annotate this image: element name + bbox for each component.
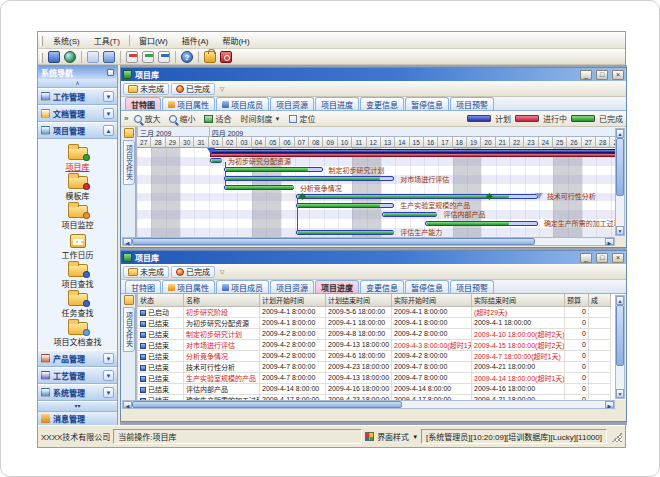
sidebar-item-项目文档查找[interactable]: 项目文档查找 (38, 322, 117, 347)
scroll-thumb[interactable] (616, 138, 624, 196)
column-header-预算[interactable]: 预算 (565, 294, 589, 306)
chevron-down-icon[interactable]: ▼ (103, 108, 114, 119)
minimize-button[interactable]: _ (580, 253, 592, 263)
column-header-名称[interactable]: 名称 (184, 294, 260, 306)
tab-甘特图[interactable]: 甘特图 (125, 280, 161, 293)
table-vscrollbar[interactable]: ▲ ▼ (615, 295, 625, 399)
sidebar-group-项目管理[interactable]: 项目管理▲ (38, 122, 117, 139)
task-plan-bar[interactable] (210, 158, 222, 163)
menu-item-窗口[interactable]: 窗口(W) (132, 33, 175, 48)
tab-项目预警[interactable]: 项目预警 (450, 97, 494, 110)
menu-item-工具[interactable]: 工具(T) (87, 33, 127, 48)
task-plan-bar[interactable] (224, 185, 294, 190)
finished-filter-button[interactable]: 已完成 (171, 266, 215, 278)
sidebar-group-产品管理[interactable]: 产品管理▼ (38, 350, 117, 367)
gantt-vscrollbar[interactable]: ▲ ▼ (615, 128, 625, 236)
fit-button[interactable]: 适合 (201, 112, 234, 125)
table-row[interactable]: 已结束生产实验室规模的产品2009-4-7 8:00:002009-4-13 1… (138, 372, 611, 383)
locate-button[interactable]: 定位 (286, 112, 318, 125)
summary-plan-bar[interactable] (210, 149, 625, 153)
chevron-down-icon[interactable]: ▼ (103, 387, 114, 398)
table-row[interactable]: 已启动初步研究阶段2009-4-1 8:00:002009-5-6 18:00:… (138, 306, 611, 317)
table-row[interactable]: 已结束技术可行性分析2009-4-7 8:00:002009-4-23 18:0… (138, 361, 611, 372)
help-icon[interactable]: ? (181, 51, 193, 63)
sidebar-item-任务查找[interactable]: 任务查找 (38, 293, 117, 318)
scroll-thumb[interactable] (132, 238, 535, 245)
scroll-up-icon[interactable]: ▲ (616, 296, 624, 305)
computer-icon[interactable] (48, 51, 60, 63)
tab-变更信息[interactable]: 变更信息 (360, 97, 404, 110)
folder-icon[interactable] (87, 51, 99, 63)
scroll-right-icon[interactable]: ▶ (605, 401, 614, 408)
lock-icon[interactable] (204, 51, 216, 63)
table-row[interactable]: 已结束为初步研究分配资源2009-4-1 8:00:002009-4-1 18:… (138, 317, 611, 328)
tab-项目预警[interactable]: 项目预警 (450, 280, 494, 293)
tab-项目资源[interactable]: 项目资源 (270, 280, 314, 293)
scroll-right-icon[interactable]: ▶ (605, 238, 614, 245)
resize-grip[interactable] (612, 432, 622, 442)
sidebar-item-模板库[interactable]: 模板库 (38, 176, 117, 201)
tab-项目资源[interactable]: 项目资源 (270, 97, 314, 110)
task-plan-bar[interactable] (296, 203, 394, 208)
tab-暂停信息[interactable]: 暂停信息 (405, 280, 449, 293)
time-scale-button[interactable]: 时间刻度▼ (237, 112, 283, 125)
close-button[interactable]: × (612, 253, 624, 263)
report-red-icon[interactable] (126, 51, 138, 63)
folder-open-icon[interactable] (103, 51, 115, 63)
sidebar-group-工艺管理[interactable]: 工艺管理▼ (38, 367, 117, 384)
tab-项目进度[interactable]: 项目进度 (315, 280, 359, 293)
table-window-titlebar[interactable]: 项目库 _ □ × (121, 251, 626, 264)
tab-项目属性[interactable]: 项目属性 (162, 97, 215, 110)
sidebar-item-项目库[interactable]: 项目库 (38, 147, 117, 172)
unfinished-filter-button[interactable]: 未完成 (123, 266, 169, 278)
task-plan-bar[interactable] (296, 230, 394, 235)
chevron-down-icon[interactable]: ▼ (103, 370, 114, 381)
zoom-out-button[interactable]: 缩小 (166, 112, 198, 125)
globe-icon[interactable] (64, 51, 76, 63)
column-header-计划结束时间[interactable]: 计划结束时间 (326, 294, 392, 306)
zoom-in-button[interactable]: 放大 (131, 112, 163, 125)
column-header-状态[interactable]: 状态 (138, 294, 184, 306)
scroll-thumb[interactable] (616, 305, 624, 366)
tab-甘特图[interactable]: 甘特图 (125, 97, 161, 110)
table-hscrollbar[interactable]: ◀ ▶ (122, 400, 615, 409)
task-plan-bar[interactable] (224, 176, 394, 181)
stop-icon[interactable] (220, 51, 232, 63)
sidebar-group-文档管理[interactable]: 文档管理▼ (38, 105, 117, 122)
task-plan-bar[interactable] (224, 167, 322, 172)
task-plan-bar[interactable] (425, 221, 538, 226)
chevron-down-icon[interactable]: ▼ (103, 353, 114, 364)
tab-项目属性[interactable]: 项目属性 (162, 280, 215, 293)
sidebar-tab-message[interactable]: 消息管理 (38, 411, 117, 425)
tab-暂停信息[interactable]: 暂停信息 (405, 97, 449, 110)
menu-item-插件[interactable]: 插件(A) (175, 33, 216, 48)
column-header-计划开始时间[interactable]: 计划开始时间 (260, 294, 326, 306)
scroll-thumb[interactable] (132, 401, 402, 408)
sidebar-item-项目监控[interactable]: 项目监控 (38, 205, 117, 230)
task-plan-bar[interactable] (382, 212, 437, 217)
project-folder-sidetab[interactable]: 项目文件夹 (122, 294, 136, 400)
sidebar-collapse-button[interactable]: ∧ (38, 79, 117, 88)
scroll-down-icon[interactable]: ▼ (616, 389, 624, 398)
sidebar-item-项目查找[interactable]: 项目查找 (38, 264, 117, 289)
gantt-toolbar-more-button[interactable]: » (124, 114, 128, 123)
toolbar-overflow-button[interactable]: ▽ (217, 266, 227, 278)
chevron-down-icon[interactable]: ▼ (412, 434, 418, 440)
finished-filter-button[interactable]: 已完成 (171, 83, 215, 95)
scroll-down-icon[interactable]: ▼ (616, 226, 624, 235)
toolbar-overflow-button[interactable]: ▽ (217, 83, 227, 95)
sidebar-overflow-button[interactable]: ▾▾ (38, 401, 117, 411)
unfinished-filter-button[interactable]: 未完成 (123, 83, 169, 95)
column-header-实际结束时间[interactable]: 实际结束时间 (472, 294, 565, 306)
interface-style-icon[interactable] (365, 432, 374, 441)
pin-icon[interactable] (107, 69, 114, 76)
column-header-实际开始时间[interactable]: 实际开始时间 (392, 294, 472, 306)
report-blue-icon[interactable] (158, 51, 170, 63)
table-row[interactable]: 已结束分析竞争情况2009-4-2 8:00:002009-4-6 18:00:… (138, 350, 611, 361)
minimize-button[interactable]: _ (580, 70, 592, 80)
task-plan-bar[interactable] (296, 194, 538, 199)
maximize-button[interactable]: □ (596, 253, 608, 263)
gantt-hscrollbar[interactable]: ◀ ▶ (122, 237, 615, 246)
tab-变更信息[interactable]: 变更信息 (360, 280, 404, 293)
sidebar-group-系统管理[interactable]: 系统管理▼ (38, 384, 117, 401)
